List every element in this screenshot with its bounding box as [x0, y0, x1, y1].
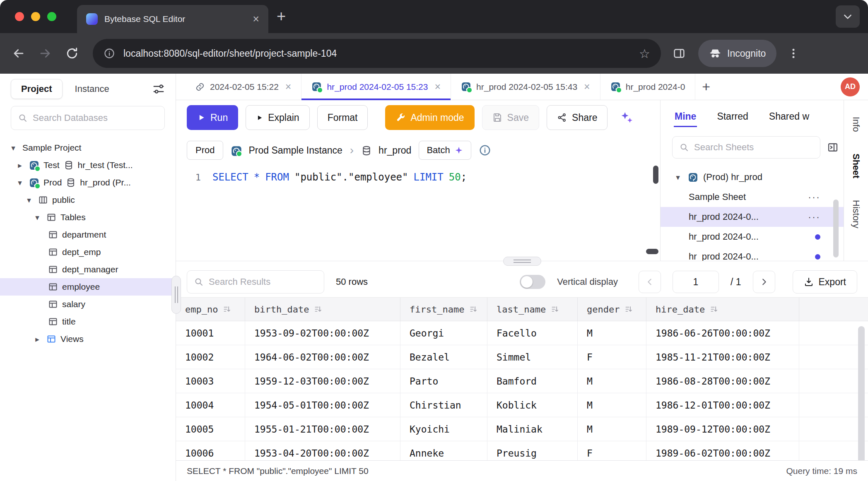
tree-item-test-environment[interactable]: ▸ Test hr_test (Test... [0, 156, 176, 174]
editor-vertical-scrollbar[interactable] [653, 166, 658, 184]
cell[interactable]: M [578, 417, 646, 441]
tree-item-table-salary[interactable]: salary [0, 296, 176, 313]
cell[interactable]: Anneke [400, 441, 487, 460]
column-header-emp-no[interactable]: emp_no [176, 298, 245, 321]
side-panel-button[interactable] [673, 47, 686, 60]
tab-mine[interactable]: Mine [674, 103, 697, 130]
sidebar-resize-handle[interactable] [171, 276, 181, 314]
cell[interactable]: 1955-01-21T00:00:00Z [245, 417, 400, 441]
cell[interactable]: 10002 [176, 345, 245, 369]
strip-tab-sheet[interactable]: Sheet [851, 154, 861, 178]
column-header-gender[interactable]: gender [578, 298, 646, 321]
sheet-panel-scrollbar[interactable] [833, 200, 839, 257]
share-button[interactable]: Share [547, 105, 608, 130]
column-header-hire-date[interactable]: hire_date [646, 298, 799, 321]
tree-item-tables-group[interactable]: ▾ Tables [0, 209, 176, 226]
cell[interactable]: 1953-09-02T00:00:00Z [245, 321, 400, 345]
strip-tab-history[interactable]: History [851, 200, 861, 228]
sheet-group-prod-hr-prod[interactable]: ▾ (Prod) hr_prod [661, 167, 844, 187]
cell[interactable]: M [578, 321, 646, 345]
tree-item-table-department[interactable]: department [0, 226, 176, 243]
column-header-first-name[interactable]: first_name [400, 298, 487, 321]
cell[interactable]: Facello [487, 321, 578, 345]
browser-menu-button[interactable] [787, 47, 800, 60]
database-name[interactable]: hr_prod [379, 145, 411, 156]
cell[interactable]: M [578, 393, 646, 417]
cell[interactable]: 1989-06-02T00:00:00Z [646, 441, 799, 460]
table-row[interactable]: 100041954-05-01T00:00:00ZChirstianKoblic… [176, 393, 868, 417]
vertical-display-toggle[interactable] [520, 275, 545, 289]
reload-button[interactable] [65, 47, 79, 60]
tab-shared[interactable]: Shared w [768, 103, 810, 130]
caret-right-icon[interactable]: ▸ [32, 334, 42, 344]
sheet-item-2[interactable]: hr_prod 2024-0... [661, 227, 844, 247]
database-search[interactable] [11, 106, 165, 130]
tree-item-prod-environment[interactable]: ▾ Prod hr_prod (Pr... [0, 174, 176, 191]
close-tab-icon[interactable]: × [253, 14, 259, 25]
tree-item-schema-public[interactable]: ▾ public [0, 191, 176, 209]
browser-tab[interactable]: Bytebase SQL Editor × [77, 5, 268, 33]
cell[interactable]: Chirstian [400, 393, 487, 417]
caret-down-icon[interactable]: ▾ [8, 143, 18, 153]
results-scrollbar[interactable] [858, 326, 865, 460]
run-button[interactable]: Run [187, 105, 238, 130]
explain-button[interactable]: Explain [246, 105, 309, 130]
column-header-birth-date[interactable]: birth_date [245, 298, 400, 321]
editor-horizontal-scrollbar[interactable] [646, 249, 658, 254]
batch-button[interactable]: Batch [419, 141, 471, 160]
strip-tab-info[interactable]: Info [851, 117, 861, 132]
sheet-search-input[interactable] [694, 142, 813, 153]
tree-filter-button[interactable] [152, 83, 165, 95]
save-button[interactable]: Save [482, 105, 539, 130]
tree-item-table-dept-emp[interactable]: dept_emp [0, 243, 176, 261]
editor-tab-active[interactable]: hr_prod 2024-02-05 15:23 × [301, 74, 451, 100]
cell[interactable]: 1964-06-02T00:00:00Z [245, 345, 400, 369]
cell[interactable]: Preusig [487, 441, 578, 460]
cell[interactable]: M [578, 369, 646, 393]
caret-down-icon[interactable]: ▾ [24, 195, 34, 205]
close-tab-icon[interactable]: × [584, 81, 590, 93]
page-number-input[interactable] [673, 271, 719, 293]
back-button[interactable] [12, 46, 26, 60]
editor-tab-adhoc[interactable]: 2024-02-05 15:22 × [185, 74, 301, 100]
cell[interactable]: 1989-09-12T00:00:00Z [646, 417, 799, 441]
admin-mode-button[interactable]: Admin mode [385, 105, 474, 130]
cell[interactable]: 1986-06-26T00:00:00Z [646, 321, 799, 345]
sheet-item-3[interactable]: hr_prod 2024-0... [661, 247, 844, 261]
table-row[interactable]: 100051955-01-21T00:00:00ZKyoichiMaliniak… [176, 417, 868, 441]
instance-name[interactable]: Prod Sample Instance [248, 145, 342, 156]
sort-icon[interactable] [223, 305, 231, 313]
tree-item-views-group[interactable]: ▸ Views [0, 330, 176, 348]
cell[interactable]: 1953-04-20T00:00:00Z [245, 441, 400, 460]
tree-item-table-dept-manager[interactable]: dept_manager [0, 261, 176, 278]
splitter-handle[interactable] [503, 257, 541, 266]
editor-tab-2[interactable]: hr_prod 2024-02-05 15:43 × [451, 74, 600, 100]
next-page-button[interactable] [753, 271, 775, 293]
cell[interactable]: 1954-05-01T00:00:00Z [245, 393, 400, 417]
user-avatar[interactable]: AD [841, 77, 860, 96]
caret-down-icon[interactable]: ▾ [673, 173, 683, 182]
close-tab-icon[interactable]: × [434, 81, 441, 93]
table-row[interactable]: 100021964-06-02T00:00:00ZBezalelSimmelF1… [176, 345, 868, 369]
zoom-window-button[interactable] [47, 12, 56, 21]
close-window-button[interactable] [15, 12, 24, 21]
site-info-icon[interactable] [104, 48, 115, 59]
sql-editor[interactable]: 1 SELECT*FROM"public"."employee"LIMIT50; [176, 166, 660, 261]
cell[interactable]: 10003 [176, 369, 245, 393]
cell[interactable]: F [578, 441, 646, 460]
sheet-search[interactable] [672, 136, 820, 159]
sort-icon[interactable] [624, 305, 633, 313]
new-sheet-button[interactable]: + [695, 79, 717, 95]
format-button[interactable]: Format [317, 105, 368, 130]
cell[interactable]: Kyoichi [400, 417, 487, 441]
cell[interactable]: Koblick [487, 393, 578, 417]
caret-down-icon[interactable]: ▾ [32, 213, 42, 222]
tree-item-table-employee[interactable]: employee [0, 278, 176, 296]
bookmark-star-icon[interactable]: ☆ [639, 46, 650, 61]
horizontal-splitter[interactable] [176, 261, 868, 267]
editor-tab-3[interactable]: hr_prod 2024-0 [600, 74, 696, 100]
cell[interactable]: 1986-08-28T00:00:00Z [646, 369, 799, 393]
tree-item-sample-project[interactable]: ▾ Sample Project [0, 139, 176, 156]
sheet-item-sample-sheet[interactable]: Sample Sheet ··· [661, 187, 844, 207]
cell[interactable]: 1959-12-03T00:00:00Z [245, 369, 400, 393]
